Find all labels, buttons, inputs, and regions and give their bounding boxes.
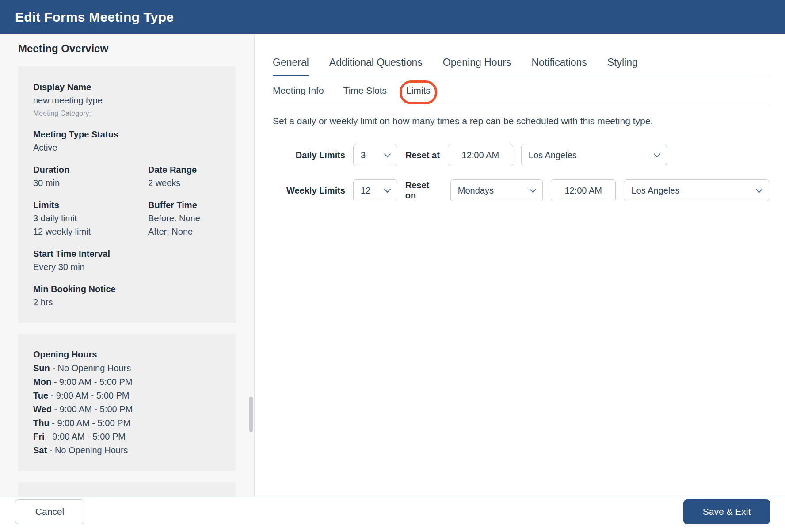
day-hours: - 9:00 AM - 5:00 PM — [48, 391, 129, 400]
chevron-down-icon — [654, 150, 661, 157]
duration-label: Duration — [33, 163, 148, 176]
interval-label: Start Time Interval — [33, 247, 221, 260]
date-range-block: Date Range 2 weeks — [148, 163, 221, 190]
meeting-overview-sidebar: Meeting Overview Display Name new meetin… — [0, 34, 255, 497]
subtab-limits[interactable]: Limits — [406, 85, 431, 103]
reset-at-label: Reset at — [405, 150, 440, 160]
duration-block: Duration 30 min — [33, 163, 148, 190]
day-name: Sat — [33, 445, 47, 455]
opening-hours-row: Tue - 9:00 AM - 5:00 PM — [33, 389, 221, 403]
day-name: Sun — [33, 363, 50, 373]
overview-card: Display Name new meeting type Meeting Ca… — [18, 66, 236, 323]
interval-block: Start Time Interval Every 30 min — [33, 247, 221, 274]
day-name: Wed — [33, 404, 52, 414]
tab-general[interactable]: General — [273, 57, 309, 76]
general-sub-tabs: Meeting Info Time Slots Limits — [273, 76, 769, 103]
cancel-button[interactable]: Cancel — [15, 499, 84, 524]
chevron-down-icon — [756, 186, 763, 193]
day-hours: - 9:00 AM - 5:00 PM — [45, 432, 126, 441]
buffer-after-value: After: None — [148, 225, 221, 238]
duration-value: 30 min — [33, 176, 148, 190]
notice-label: Min Booking Notice — [33, 282, 221, 296]
daily-limits-row: Daily Limits 3 Reset at 12:00 AM Los Ang… — [273, 144, 769, 166]
interval-value: Every 30 min — [33, 260, 221, 274]
limits-form: Daily Limits 3 Reset at 12:00 AM Los Ang… — [273, 144, 769, 201]
weekly-reset-time-input[interactable]: 12:00 AM — [551, 179, 616, 201]
buffer-before-value: Before: None — [148, 212, 221, 225]
weekly-limits-label: Weekly Limits — [273, 186, 345, 196]
date-range-value: 2 weeks — [148, 176, 221, 190]
notice-block: Min Booking Notice 2 hrs — [33, 282, 221, 309]
day-hours: - No Opening Hours — [50, 363, 131, 373]
display-name-value: new meeting type — [33, 94, 221, 107]
status-block: Meeting Type Status Active — [33, 128, 221, 154]
modal-header: Edit Forms Meeting Type — [0, 0, 785, 34]
daily-reset-time-input[interactable]: 12:00 AM — [448, 144, 513, 166]
buffer-time-block: Buffer Time Before: None After: None — [148, 198, 221, 238]
daily-timezone-value: Los Angeles — [529, 150, 577, 160]
weekly-reset-day-select[interactable]: Mondays — [450, 179, 543, 201]
next-card-partial — [18, 482, 236, 497]
opening-hours-row: Sat - No Opening Hours — [33, 444, 221, 457]
modal-footer: Cancel Save & Exit — [0, 497, 785, 532]
status-value: Active — [33, 141, 221, 154]
day-hours: - No Opening Hours — [47, 445, 128, 455]
chevron-down-icon — [384, 186, 391, 193]
weekly-timezone-value: Los Angeles — [631, 186, 679, 196]
weekly-limit-count-select[interactable]: 12 — [353, 179, 397, 201]
sidebar-title: Meeting Overview — [18, 42, 236, 55]
meeting-category-label: Meeting Category: — [33, 108, 221, 119]
display-name-label: Display Name — [33, 80, 221, 94]
opening-hours-row: Thu - 9:00 AM - 5:00 PM — [33, 416, 221, 430]
limits-buffer-block: Limits 3 daily limit 12 weekly limit Buf… — [33, 198, 221, 238]
notice-value: 2 hrs — [33, 296, 221, 309]
limits-daily-value: 3 daily limit — [33, 212, 148, 225]
day-name: Thu — [33, 418, 50, 428]
chevron-down-icon — [384, 150, 391, 157]
day-hours: - 9:00 AM - 5:00 PM — [52, 404, 133, 414]
weekly-reset-time-value: 12:00 AM — [564, 186, 602, 196]
subtab-limits-wrap: Limits — [406, 85, 431, 103]
duration-daterange-block: Duration 30 min Date Range 2 weeks — [33, 163, 221, 190]
tab-notifications[interactable]: Notifications — [532, 57, 587, 76]
opening-hours-row: Wed - 9:00 AM - 5:00 PM — [33, 403, 221, 416]
daily-limits-label: Daily Limits — [273, 150, 345, 160]
day-name: Mon — [33, 377, 51, 387]
modal-body: Meeting Overview Display Name new meetin… — [0, 34, 785, 497]
limits-weekly-value: 12 weekly limit — [33, 225, 148, 238]
edit-meeting-type-modal: Edit Forms Meeting Type Meeting Overview… — [0, 0, 785, 532]
limits-label: Limits — [33, 198, 148, 212]
weekly-timezone-select[interactable]: Los Angeles — [624, 179, 769, 201]
weekly-reset-day-value: Mondays — [458, 186, 494, 196]
day-hours: - 9:00 AM - 5:00 PM — [50, 418, 130, 428]
day-name: Tue — [33, 391, 48, 400]
limits-block: Limits 3 daily limit 12 weekly limit — [33, 198, 148, 238]
day-hours: - 9:00 AM - 5:00 PM — [51, 377, 132, 387]
weekly-limit-count-value: 12 — [361, 186, 370, 196]
tab-additional-questions[interactable]: Additional Questions — [329, 57, 423, 76]
limits-description: Set a daily or weekly limit on how many … — [273, 116, 769, 126]
opening-hours-title: Opening Hours — [33, 348, 221, 361]
daily-limit-count-value: 3 — [361, 150, 366, 160]
main-panel: General Additional Questions Opening Hou… — [255, 34, 785, 497]
daily-limit-count-select[interactable]: 3 — [353, 144, 397, 166]
opening-hours-row: Sun - No Opening Hours — [33, 361, 221, 375]
weekly-limits-row: Weekly Limits 12 Reset on Mondays 12:00 … — [273, 179, 769, 201]
daily-timezone-select[interactable]: Los Angeles — [521, 144, 667, 166]
subtab-meeting-info[interactable]: Meeting Info — [273, 85, 324, 103]
save-exit-button[interactable]: Save & Exit — [683, 499, 770, 524]
tab-opening-hours[interactable]: Opening Hours — [443, 57, 511, 76]
daily-reset-time-value: 12:00 AM — [462, 150, 499, 160]
day-name: Fri — [33, 432, 45, 441]
opening-hours-card: Opening Hours Sun - No Opening Hours Mon… — [18, 334, 236, 471]
chevron-down-icon — [530, 186, 537, 193]
page-title: Edit Forms Meeting Type — [15, 10, 174, 25]
reset-on-label: Reset on — [405, 180, 442, 201]
opening-hours-row: Fri - 9:00 AM - 5:00 PM — [33, 430, 221, 444]
sidebar-scrollbar-thumb[interactable] — [249, 397, 253, 432]
status-label: Meeting Type Status — [33, 128, 221, 141]
main-tabs: General Additional Questions Opening Hou… — [273, 34, 769, 76]
tab-styling[interactable]: Styling — [607, 57, 638, 76]
subtab-time-slots[interactable]: Time Slots — [343, 85, 387, 103]
date-range-label: Date Range — [148, 163, 221, 176]
